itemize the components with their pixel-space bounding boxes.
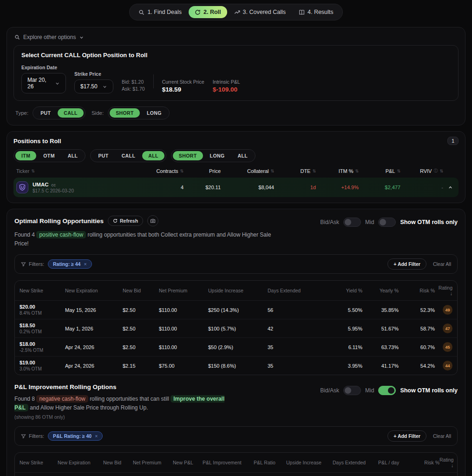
cell-collateral: $8,044: [221, 185, 274, 190]
cell-new-strike: $20.008.4% OTM: [20, 304, 65, 316]
pnl-filterbar: Filters: P&L Rating: ≥ 40 × + Add Filter…: [14, 426, 458, 446]
column-header[interactable]: Yield %: [327, 288, 362, 293]
cell-upside-increase: $100 (5.7%): [208, 326, 268, 331]
divider: [153, 74, 154, 88]
col-price[interactable]: Price: [184, 168, 221, 174]
option-type-option[interactable]: PUT: [92, 151, 114, 160]
book-icon: [299, 9, 305, 15]
cell-days-extended: 35: [268, 344, 327, 350]
column-header[interactable]: Rating ↓: [435, 285, 452, 296]
side-filter-option[interactable]: ALL: [232, 151, 254, 160]
option-type-option[interactable]: CALL: [116, 151, 142, 160]
cell-contracts: 4: [111, 185, 184, 190]
close-icon[interactable]: ×: [84, 261, 86, 267]
strike-select[interactable]: $17.50: [74, 79, 113, 93]
refresh-icon: [113, 218, 118, 223]
column-header[interactable]: New Expiration: [58, 460, 103, 465]
column-header[interactable]: Net Premium: [133, 460, 173, 465]
column-header[interactable]: Days Extended: [268, 288, 327, 293]
add-filter-button[interactable]: + Add Filter: [387, 430, 426, 442]
column-header[interactable]: Upside Increase: [286, 460, 333, 465]
mid-label: Mid: [365, 387, 374, 394]
nav-step-find-deals[interactable]: 1. Find Deals: [132, 6, 188, 18]
clear-all-link[interactable]: Clear All: [433, 261, 451, 267]
side-filter-option[interactable]: SHORT: [173, 151, 203, 160]
stock-price-label: Current Stock Price: [162, 79, 204, 85]
position-row-umac[interactable]: UMACcc $17.5 C 2026-03-20 4 $20.11 $8,04…: [13, 178, 459, 197]
type-option[interactable]: CALL: [58, 108, 84, 118]
column-header[interactable]: Rating ↓: [439, 457, 453, 468]
cell-rviv: -: [400, 185, 443, 190]
chevron-up-icon[interactable]: [443, 185, 456, 190]
close-icon[interactable]: ×: [95, 433, 98, 439]
column-header[interactable]: P&L / day: [378, 460, 412, 465]
column-header[interactable]: P&L Ratio: [254, 460, 286, 465]
column-header[interactable]: New Bid: [123, 288, 159, 293]
explore-other-options[interactable]: Explore other options: [13, 32, 459, 45]
option-type-option[interactable]: ALL: [142, 151, 164, 160]
add-filter-button[interactable]: + Add Filter: [387, 258, 426, 270]
nav-step-covered-calls[interactable]: 3. Covered Calls: [228, 6, 292, 18]
type-option[interactable]: PUT: [34, 108, 57, 118]
ticker-detail: $17.5 C 2026-03-20: [33, 188, 74, 193]
col-dte[interactable]: DTE⇅: [274, 168, 316, 174]
column-header[interactable]: New Strike: [20, 288, 65, 293]
col-rviv[interactable]: RVIVⓘ⇅: [400, 168, 443, 174]
top-nav: 1. Find Deals 2. Roll 3. Covered Calls 4…: [0, 0, 472, 20]
nav-step-label: 2. Roll: [203, 9, 221, 15]
column-header[interactable]: P&L Improvement: [203, 460, 254, 465]
side-option[interactable]: SHORT: [110, 108, 140, 118]
optimal-row[interactable]: $18.00-2.5% OTM Apr 24, 2026 $2.50 $110.…: [15, 337, 457, 356]
column-header[interactable]: New Strike: [20, 460, 58, 465]
refresh-button[interactable]: Refresh: [108, 216, 143, 226]
column-header[interactable]: Yearly %: [362, 288, 399, 293]
optimal-row[interactable]: $19.003.0% OTM Apr 24, 2026 $2.15 $75.00…: [15, 356, 457, 375]
cell-yearly: 63.73%: [362, 344, 399, 350]
ticker-symbol: UMAC: [33, 182, 49, 187]
bidask-mid-toggle[interactable]: [343, 218, 361, 227]
nav-steps: 1. Find Deals 2. Roll 3. Covered Calls 4…: [129, 4, 342, 20]
column-header[interactable]: Net Premium: [159, 288, 208, 293]
col-contracts[interactable]: Contracts⇅: [111, 168, 184, 174]
cell-yield: 6.11%: [327, 344, 362, 350]
bidask-mid-toggle[interactable]: [343, 386, 361, 395]
optimal-row[interactable]: $18.500.2% OTM May 1, 2026 $2.50 $110.00…: [15, 319, 457, 337]
col-ticker[interactable]: Ticker⇅: [16, 168, 111, 174]
show-otm-label: Show OTM rolls only: [400, 387, 458, 394]
clear-all-link[interactable]: Clear All: [433, 433, 451, 439]
trend-up-icon: [234, 9, 240, 15]
column-header[interactable]: New P&L: [173, 460, 203, 465]
column-header[interactable]: New Bid: [103, 460, 133, 465]
column-header[interactable]: Risk %: [412, 460, 439, 465]
col-itm[interactable]: ITM %⇅: [316, 168, 359, 174]
moneyness-option[interactable]: OTM: [37, 151, 61, 160]
info-icon: ⓘ: [433, 168, 438, 174]
show-otm-toggle[interactable]: [378, 218, 396, 227]
nav-step-results[interactable]: 4. Results: [293, 6, 340, 18]
cell-new-bid: $2.50: [123, 307, 159, 313]
cell-new-expiration: Apr 24, 2026: [65, 344, 123, 350]
col-pnl[interactable]: P&L⇅: [359, 168, 400, 174]
column-header[interactable]: New Expiration: [65, 288, 123, 293]
pnl-row[interactable]: $21.0013.8% OTM Apr 24, 2026 $1.40 $0.00…: [15, 473, 457, 476]
col-collateral[interactable]: Collateral⇅: [221, 168, 274, 174]
cell-yearly: 41.17%: [362, 363, 399, 369]
show-otm-toggle[interactable]: [378, 386, 396, 395]
nav-step-roll[interactable]: 2. Roll: [189, 6, 227, 18]
side-option[interactable]: LONG: [141, 108, 168, 118]
optimal-row[interactable]: $20.008.4% OTM May 15, 2026 $2.50 $110.0…: [15, 301, 457, 319]
expiration-select[interactable]: Mar 20, 26: [21, 73, 66, 93]
column-header[interactable]: Risk %: [399, 288, 435, 293]
pnl-rating-filter-pill[interactable]: P&L Rating: ≥ 40 ×: [48, 431, 103, 441]
screenshot-button[interactable]: [147, 215, 158, 226]
type-segment: PUTCALL: [33, 106, 85, 119]
side-filter-option[interactable]: LONG: [204, 151, 231, 160]
bidask-label: Bid/Ask: [320, 219, 339, 225]
column-header[interactable]: Upside Increase: [208, 288, 268, 293]
moneyness-option[interactable]: ITM: [15, 151, 36, 160]
cell-net-premium: $110.00: [159, 307, 208, 313]
rating-filter-pill[interactable]: Rating: ≥ 44 ×: [48, 259, 92, 269]
moneyness-option[interactable]: ALL: [62, 151, 84, 160]
column-header[interactable]: Days Extended: [333, 460, 378, 465]
cell-dte: 1d: [274, 185, 316, 190]
